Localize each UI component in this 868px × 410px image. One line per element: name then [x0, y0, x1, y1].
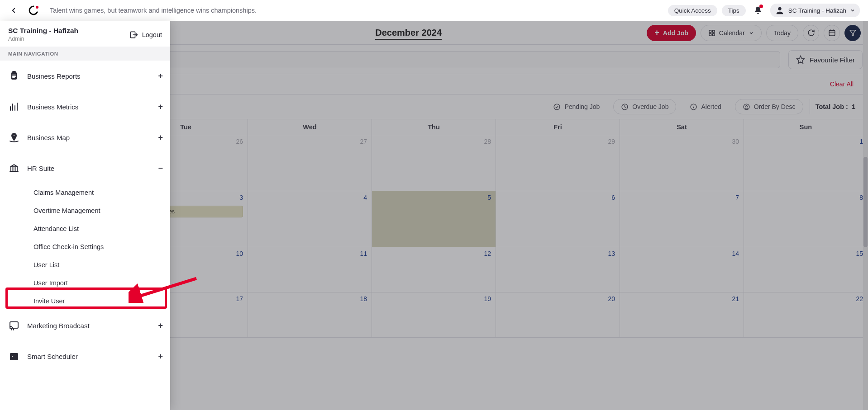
sidebar-section-main-nav: MAIN NAVIGATION — [0, 47, 170, 61]
back-button[interactable] — [8, 5, 19, 16]
sidebar-item-label: Business Metrics — [27, 103, 78, 111]
svg-rect-36 — [10, 322, 18, 328]
sidebar-item-label: Smart Scheduler — [27, 353, 78, 360]
sidebar-item-business-reports[interactable]: Business Reports+ — [0, 61, 170, 91]
expand-icon[interactable]: + — [158, 321, 163, 330]
sidebar-subitem-user-import[interactable]: User Import — [0, 274, 170, 292]
expand-icon[interactable]: + — [158, 102, 163, 112]
logout-icon — [129, 30, 138, 39]
sidebar-item-business-metrics[interactable]: Business Metrics+ — [0, 91, 170, 122]
notification-dot-icon — [759, 5, 763, 8]
sidebar-header: SC Training - Hafizah Admin Logout — [0, 21, 170, 47]
app-logo[interactable] — [28, 5, 39, 16]
chevron-down-icon — [850, 8, 855, 13]
svg-rect-21 — [13, 71, 15, 73]
sidebar-subitem-user-list[interactable]: User List — [0, 256, 170, 274]
logo-icon — [28, 5, 39, 16]
tips-button[interactable]: Tips — [722, 5, 746, 16]
user-name-label: SC Training - Hafizah — [788, 7, 846, 14]
svg-rect-38 — [11, 355, 13, 357]
expand-icon[interactable]: + — [158, 71, 163, 81]
clipboard-icon — [8, 70, 20, 82]
expand-icon[interactable]: + — [158, 352, 163, 361]
logout-label: Logout — [142, 31, 162, 38]
svg-marker-30 — [10, 165, 18, 167]
sidebar-subitem-overtime-management[interactable]: Overtime Management — [0, 202, 170, 220]
sidebar-item-label: Marketing Broadcast — [27, 322, 90, 330]
sidebar-item-smart-scheduler[interactable]: Smart Scheduler+ — [0, 341, 170, 372]
quick-access-button[interactable]: Quick Access — [668, 5, 717, 16]
svg-point-1 — [778, 7, 781, 10]
sidebar-item-label: Business Map — [27, 134, 70, 141]
mappin-icon — [8, 132, 20, 143]
collapse-icon[interactable]: − — [158, 164, 163, 173]
user-menu[interactable]: SC Training - Hafizah — [770, 4, 860, 17]
sidebar-item-label: HR Suite — [27, 165, 54, 172]
logout-button[interactable]: Logout — [129, 27, 162, 39]
cast-icon — [8, 320, 20, 331]
sidebar-subitem-attendance-list[interactable]: Attendance List — [0, 220, 170, 238]
svg-point-0 — [36, 6, 38, 9]
notifications-button[interactable] — [750, 3, 766, 18]
sidebar-list: Business Reports+Business Metrics+Busine… — [0, 61, 170, 410]
cal-icon — [8, 350, 20, 362]
tagline-text: Talent wins games, but teamwork and inte… — [50, 7, 668, 14]
topbar-right: Quick Access Tips SC Training - Hafizah — [668, 3, 860, 18]
bank-icon — [8, 162, 20, 174]
expand-icon[interactable]: + — [158, 133, 163, 142]
svg-point-29 — [13, 135, 15, 137]
avatar-icon — [775, 5, 785, 15]
topbar: Talent wins games, but teamwork and inte… — [0, 0, 868, 21]
sidebar-item-label: Business Reports — [27, 72, 81, 80]
sidebar-subitem-invite-user[interactable]: Invite User — [0, 292, 170, 310]
sidebar-item-marketing-broadcast[interactable]: Marketing Broadcast+ — [0, 310, 170, 341]
sidebar-subitem-office-check-in-settings[interactable]: Office Check-in Settings — [0, 238, 170, 256]
sidebar-item-hr-suite[interactable]: HR Suite− — [0, 153, 170, 184]
sidebar-subitem-claims-management[interactable]: Claims Management — [0, 184, 170, 202]
arrow-left-icon — [10, 6, 18, 14]
sidebar-user-role: Admin — [8, 36, 129, 42]
sidebar-item-business-map[interactable]: Business Map+ — [0, 122, 170, 153]
bars-icon — [8, 101, 20, 113]
sidebar-user-name: SC Training - Hafizah — [8, 27, 129, 35]
sidebar-drawer: SC Training - Hafizah Admin Logout MAIN … — [0, 21, 170, 410]
